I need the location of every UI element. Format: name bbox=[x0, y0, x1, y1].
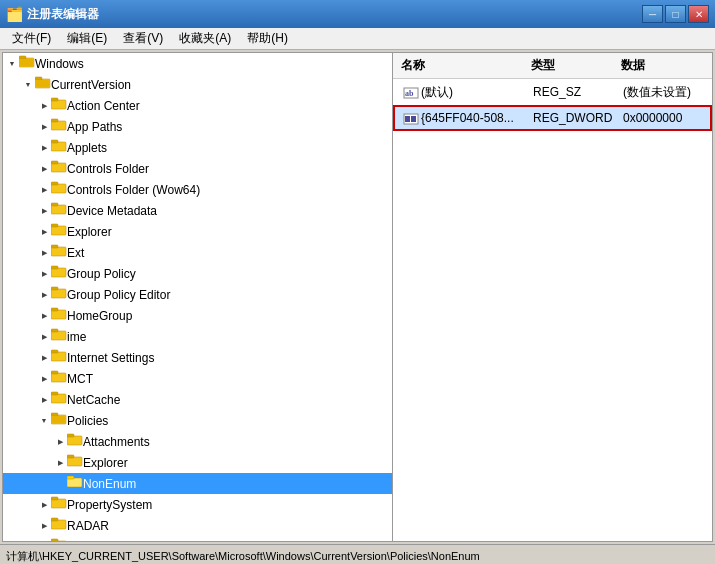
status-bar: 计算机\HKEY_CURRENT_USER\Software\Microsoft… bbox=[0, 544, 715, 564]
tree-node-label: Action Center bbox=[67, 97, 140, 115]
tree-item-ext[interactable]: Ext bbox=[3, 242, 392, 263]
tree-expander[interactable] bbox=[53, 456, 67, 470]
tree-expander[interactable] bbox=[37, 351, 51, 365]
svg-rect-14 bbox=[51, 184, 66, 193]
tree-node: NetCache bbox=[3, 389, 392, 410]
right-pane: 名称 类型 数据 ab (默认)REG_SZ(数值未设置) {645FF040-… bbox=[393, 53, 712, 541]
tree-node: Run bbox=[3, 536, 392, 541]
tree-expander[interactable] bbox=[37, 414, 51, 428]
svg-rect-21 bbox=[51, 245, 58, 248]
title-bar-icon: 🗂️ bbox=[6, 6, 23, 22]
tree-node: PropertySystem bbox=[3, 494, 392, 515]
folder-icon bbox=[51, 264, 67, 283]
tree-item-attachments[interactable]: Attachments bbox=[3, 431, 392, 452]
tree-item-group-policy-editor[interactable]: Group Policy Editor bbox=[3, 284, 392, 305]
tree-expander[interactable] bbox=[21, 78, 35, 92]
tree-node: MCT bbox=[3, 368, 392, 389]
tree-expander[interactable] bbox=[37, 267, 51, 281]
tree-expander[interactable] bbox=[37, 330, 51, 344]
tree-item-app-paths[interactable]: App Paths bbox=[3, 116, 392, 137]
tree-item-explorer2[interactable]: Explorer bbox=[3, 452, 392, 473]
svg-rect-25 bbox=[51, 287, 58, 290]
tree-item-propertysystem[interactable]: PropertySystem bbox=[3, 494, 392, 515]
tree-item-radar[interactable]: RADAR bbox=[3, 515, 392, 536]
close-button[interactable]: ✕ bbox=[688, 5, 709, 23]
tree-expander[interactable] bbox=[37, 225, 51, 239]
tree-expander[interactable] bbox=[37, 204, 51, 218]
tree-item-group-policy[interactable]: Group Policy bbox=[3, 263, 392, 284]
tree-item-controls-folder-wow64[interactable]: Controls Folder (Wow64) bbox=[3, 179, 392, 200]
right-body[interactable]: ab (默认)REG_SZ(数值未设置) {645FF040-508...REG… bbox=[393, 79, 712, 541]
right-header: 名称 类型 数据 bbox=[393, 53, 712, 79]
tree-expander[interactable] bbox=[37, 162, 51, 176]
menu-favorites[interactable]: 收藏夹(A) bbox=[171, 28, 239, 49]
tree-expander[interactable] bbox=[37, 288, 51, 302]
svg-rect-9 bbox=[51, 119, 58, 122]
menu-file[interactable]: 文件(F) bbox=[4, 28, 59, 49]
tree-item-device-metadata[interactable]: Device Metadata bbox=[3, 200, 392, 221]
menu-edit[interactable]: 编辑(E) bbox=[59, 28, 115, 49]
tree-expander[interactable] bbox=[37, 393, 51, 407]
tree-expander[interactable] bbox=[37, 498, 51, 512]
tree-item-controls-folder[interactable]: Controls Folder bbox=[3, 158, 392, 179]
tree-scroll[interactable]: Windows CurrentVersion Action Center App… bbox=[3, 53, 392, 541]
tree-node: Group Policy bbox=[3, 263, 392, 284]
tree-node-label: Explorer bbox=[83, 454, 128, 472]
tree-expander[interactable] bbox=[37, 372, 51, 386]
svg-rect-10 bbox=[51, 142, 66, 151]
title-bar-buttons: ─ □ ✕ bbox=[642, 5, 709, 23]
title-bar-text: 注册表编辑器 bbox=[27, 6, 642, 23]
tree-node: Explorer bbox=[3, 452, 392, 473]
reg-name: {645FF040-508... bbox=[421, 111, 514, 125]
maximize-button[interactable]: □ bbox=[665, 5, 686, 23]
tree-item-action-center[interactable]: Action Center bbox=[3, 95, 392, 116]
tree-item-windows[interactable]: Windows bbox=[3, 53, 392, 74]
tree-expander[interactable] bbox=[5, 57, 19, 71]
tree-item-applets[interactable]: Applets bbox=[3, 137, 392, 158]
registry-row[interactable]: ab (默认)REG_SZ(数值未设置) bbox=[393, 79, 712, 105]
tree-item-internet-settings[interactable]: Internet Settings bbox=[3, 347, 392, 368]
tree-node-label: MCT bbox=[67, 370, 93, 388]
tree-item-currentversion[interactable]: CurrentVersion bbox=[3, 74, 392, 95]
folder-icon bbox=[51, 348, 67, 367]
tree-expander[interactable] bbox=[37, 519, 51, 533]
tree-node-label: Device Metadata bbox=[67, 202, 157, 220]
tree-expander[interactable] bbox=[37, 99, 51, 113]
menu-help[interactable]: 帮助(H) bbox=[239, 28, 296, 49]
minimize-button[interactable]: ─ bbox=[642, 5, 663, 23]
svg-rect-45 bbox=[51, 499, 66, 508]
tree-item-ime[interactable]: ime bbox=[3, 326, 392, 347]
tree-expander[interactable] bbox=[37, 309, 51, 323]
svg-rect-2 bbox=[20, 59, 33, 66]
tree-item-policies[interactable]: Policies bbox=[3, 410, 392, 431]
svg-rect-55 bbox=[411, 116, 416, 122]
tree-item-run[interactable]: Run bbox=[3, 536, 392, 541]
svg-rect-37 bbox=[51, 413, 58, 416]
tree-expander[interactable] bbox=[53, 477, 67, 491]
tree-node-label: Internet Settings bbox=[67, 349, 154, 367]
svg-rect-35 bbox=[51, 392, 58, 395]
tree-expander[interactable] bbox=[37, 183, 51, 197]
tree-item-homegroup[interactable]: HomeGroup bbox=[3, 305, 392, 326]
svg-rect-27 bbox=[51, 308, 58, 311]
tree-expander[interactable] bbox=[53, 435, 67, 449]
tree-node-label: CurrentVersion bbox=[51, 76, 131, 94]
tree-expander[interactable] bbox=[37, 246, 51, 260]
svg-rect-41 bbox=[67, 457, 82, 466]
header-name: 名称 bbox=[393, 55, 523, 76]
tree-expander[interactable] bbox=[37, 540, 51, 542]
tree-item-mct[interactable]: MCT bbox=[3, 368, 392, 389]
svg-rect-31 bbox=[51, 350, 58, 353]
tree-item-nonenum[interactable]: NonEnum bbox=[3, 473, 392, 494]
folder-icon bbox=[35, 75, 51, 94]
svg-rect-46 bbox=[51, 497, 58, 500]
registry-row[interactable]: {645FF040-508...REG_DWORD0x0000000 bbox=[393, 105, 712, 131]
reg-type-cell: REG_SZ bbox=[525, 82, 615, 102]
tree-item-netcache[interactable]: NetCache bbox=[3, 389, 392, 410]
tree-expander[interactable] bbox=[37, 120, 51, 134]
svg-rect-50 bbox=[51, 539, 58, 541]
tree-item-explorer[interactable]: Explorer bbox=[3, 221, 392, 242]
menu-view[interactable]: 查看(V) bbox=[115, 28, 171, 49]
tree-expander[interactable] bbox=[37, 141, 51, 155]
svg-rect-7 bbox=[51, 98, 58, 101]
